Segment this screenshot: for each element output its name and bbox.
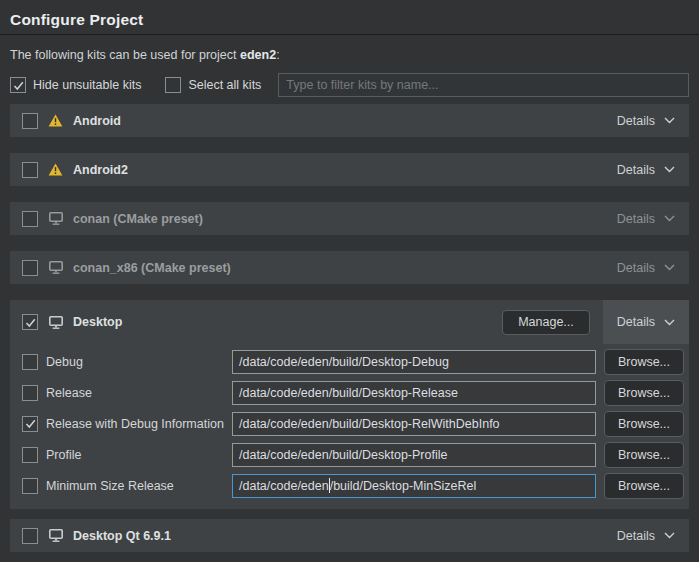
- desktop-icon: [48, 211, 65, 226]
- kit-row-android2: Android2 Details: [10, 153, 689, 186]
- config-label: Profile: [46, 448, 232, 462]
- details-toggle[interactable]: Details: [603, 300, 689, 344]
- chevron-down-icon: [664, 166, 675, 173]
- kits-subtitle: The following kits can be used for proje…: [10, 48, 689, 62]
- configure-project-page: Configure Project The following kits can…: [0, 0, 699, 552]
- details-label: Details: [617, 315, 655, 329]
- config-checkbox[interactable]: [22, 447, 38, 463]
- hide-unsuitable-label: Hide unsuitable kits: [33, 78, 141, 92]
- browse-button[interactable]: Browse...: [604, 411, 684, 437]
- kit-list: Android Details Android2 Details: [10, 104, 689, 552]
- desktop-icon: [48, 528, 65, 543]
- checkmark-icon: [12, 79, 25, 92]
- kit-checkbox[interactable]: [22, 162, 38, 178]
- kit-row-desktop: Desktop Manage... Details: [10, 300, 689, 344]
- hide-unsuitable-checkbox[interactable]: Hide unsuitable kits: [10, 77, 141, 93]
- config-label: Minimum Size Release: [46, 479, 232, 493]
- chevron-down-icon: [664, 319, 675, 326]
- build-dir-input[interactable]: /data/code/eden/build/Desktop-Release: [232, 381, 596, 405]
- desktop-icon: [48, 315, 65, 330]
- build-dir-text: /data/code/eden/build/Desktop-Profile: [239, 448, 447, 462]
- select-all-label: Select all kits: [188, 78, 261, 92]
- subtitle-prefix: The following kits can be used for proje…: [10, 48, 240, 62]
- details-label: Details: [617, 529, 655, 543]
- chevron-down-icon: [664, 215, 675, 222]
- build-config-row-profile: Profile /data/code/eden/build/Desktop-Pr…: [22, 439, 684, 470]
- config-label: Release: [46, 386, 232, 400]
- select-all-checkbox[interactable]: Select all kits: [165, 77, 261, 93]
- config-checkbox[interactable]: [22, 416, 38, 432]
- build-config-row-minimum-size-release: Minimum Size Release /data/code/eden/bui…: [22, 470, 684, 501]
- kit-section-desktop: Desktop Manage... Details Debug /data/co…: [10, 300, 689, 509]
- kit-checkbox[interactable]: [22, 260, 38, 276]
- kit-name: Android2: [73, 163, 128, 177]
- project-name: eden2: [240, 48, 276, 62]
- checkmark-icon: [24, 417, 37, 430]
- kit-row-conan-cmake-preset: conan (CMake preset) Details: [10, 202, 689, 235]
- kit-checkbox[interactable]: [22, 314, 38, 330]
- desktop-icon: [48, 260, 65, 275]
- details-toggle[interactable]: Details: [603, 519, 689, 552]
- config-label: Release with Debug Information: [46, 417, 232, 431]
- kit-checkbox[interactable]: [22, 113, 38, 129]
- chevron-down-icon: [664, 532, 675, 539]
- details-toggle[interactable]: Details: [603, 153, 689, 186]
- kit-name: Desktop: [73, 315, 122, 329]
- build-dir-input[interactable]: /data/code/eden/build/Desktop-RelWithDeb…: [232, 412, 596, 436]
- warning-icon: [48, 113, 65, 128]
- build-config-list: Debug /data/code/eden/build/Desktop-Debu…: [10, 344, 689, 509]
- config-checkbox[interactable]: [22, 385, 38, 401]
- build-config-row-release-with-debug-information: Release with Debug Information /data/cod…: [22, 408, 684, 439]
- config-checkbox[interactable]: [22, 354, 38, 370]
- kit-name: Android: [73, 114, 121, 128]
- details-toggle[interactable]: Details: [603, 202, 689, 235]
- build-dir-text: /data/code/eden/build/Desktop-Debug: [239, 355, 449, 369]
- details-label: Details: [617, 212, 655, 226]
- kit-name: conan (CMake preset): [73, 212, 203, 226]
- checkmark-icon: [24, 316, 37, 329]
- kit-name: conan_x86 (CMake preset): [73, 261, 231, 275]
- page-header: Configure Project: [0, 0, 699, 35]
- filter-row: Hide unsuitable kits Select all kits: [10, 73, 689, 97]
- browse-button[interactable]: Browse...: [604, 349, 684, 375]
- build-dir-text: /data/code/eden/build/Desktop-RelWithDeb…: [239, 417, 500, 431]
- checkbox-icon: [165, 77, 181, 93]
- kit-checkbox[interactable]: [22, 211, 38, 227]
- build-dir-text: /data/code/eden/build/Desktop-Release: [239, 386, 458, 400]
- chevron-down-icon: [664, 117, 675, 124]
- build-config-row-debug: Debug /data/code/eden/build/Desktop-Debu…: [22, 346, 684, 377]
- details-label: Details: [617, 114, 655, 128]
- build-dir-text: /data/code/eden: [239, 479, 329, 493]
- chevron-down-icon: [664, 264, 675, 271]
- build-dir-input[interactable]: /data/code/eden/build/Desktop-Profile: [232, 443, 596, 467]
- browse-button[interactable]: Browse...: [604, 473, 684, 499]
- details-label: Details: [617, 163, 655, 177]
- kit-row-desktop-qt-6-9-1: Desktop Qt 6.9.1 Details: [10, 519, 689, 552]
- checkbox-icon: [10, 77, 26, 93]
- kit-row-android: Android Details: [10, 104, 689, 137]
- build-dir-text: /build/Desktop-MinSizeRel: [330, 479, 477, 493]
- config-label: Debug: [46, 355, 232, 369]
- details-toggle[interactable]: Details: [603, 104, 689, 137]
- kit-row-conan-x86-cmake-preset: conan_x86 (CMake preset) Details: [10, 251, 689, 284]
- kit-filter-input[interactable]: [278, 73, 689, 97]
- config-checkbox[interactable]: [22, 478, 38, 494]
- subtitle-suffix: :: [276, 48, 279, 62]
- warning-icon: [48, 162, 65, 177]
- build-dir-input[interactable]: /data/code/eden/build/Desktop-MinSizeRel: [232, 474, 596, 498]
- browse-button[interactable]: Browse...: [604, 442, 684, 468]
- details-toggle[interactable]: Details: [603, 251, 689, 284]
- manage-button[interactable]: Manage...: [502, 310, 590, 335]
- kit-name: Desktop Qt 6.9.1: [73, 529, 171, 543]
- page-title: Configure Project: [10, 11, 689, 29]
- build-dir-input[interactable]: /data/code/eden/build/Desktop-Debug: [232, 350, 596, 374]
- details-label: Details: [617, 261, 655, 275]
- build-config-row-release: Release /data/code/eden/build/Desktop-Re…: [22, 377, 684, 408]
- kit-checkbox[interactable]: [22, 528, 38, 544]
- browse-button[interactable]: Browse...: [604, 380, 684, 406]
